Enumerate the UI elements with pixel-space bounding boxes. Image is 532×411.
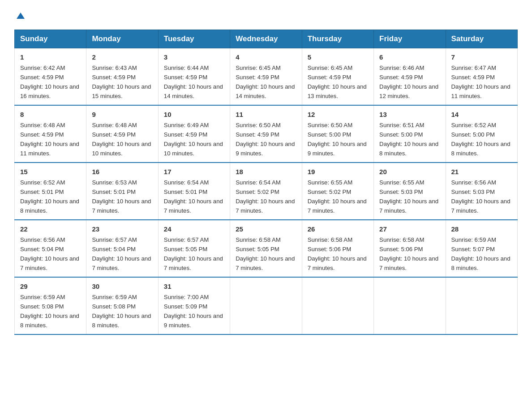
day-daylight: Daylight: 10 hours and 7 minutes. xyxy=(164,255,223,271)
logo xyxy=(14,11,26,21)
day-number: 26 xyxy=(308,224,369,234)
day-sunrise: Sunrise: 6:52 AM xyxy=(451,122,496,128)
day-daylight: Daylight: 10 hours and 8 minutes. xyxy=(379,141,438,157)
day-daylight: Daylight: 10 hours and 10 minutes. xyxy=(92,141,151,157)
day-sunrise: Sunrise: 6:54 AM xyxy=(236,179,280,186)
calendar-cell: 24Sunrise: 6:57 AMSunset: 5:05 PMDayligh… xyxy=(158,220,230,277)
day-number: 23 xyxy=(92,224,153,234)
calendar-cell: 17Sunrise: 6:54 AMSunset: 5:01 PMDayligh… xyxy=(158,163,230,220)
day-daylight: Daylight: 10 hours and 8 minutes. xyxy=(20,313,79,329)
day-number: 21 xyxy=(451,167,513,177)
calendar-cell: 11Sunrise: 6:50 AMSunset: 4:59 PMDayligh… xyxy=(230,105,302,163)
day-sunset: Sunset: 5:02 PM xyxy=(308,188,352,195)
day-sunset: Sunset: 5:06 PM xyxy=(379,246,423,253)
day-number: 13 xyxy=(379,109,441,120)
day-sunset: Sunset: 5:05 PM xyxy=(236,246,279,253)
calendar-cell xyxy=(230,277,302,334)
calendar-cell xyxy=(374,277,446,334)
day-number: 24 xyxy=(164,224,225,234)
day-daylight: Daylight: 10 hours and 7 minutes. xyxy=(92,255,151,271)
weekday-header-thursday: Thursday xyxy=(302,30,373,48)
day-number: 12 xyxy=(308,109,369,120)
day-sunrise: Sunrise: 6:57 AM xyxy=(164,236,209,243)
day-sunrise: Sunrise: 6:42 AM xyxy=(20,64,65,71)
day-sunset: Sunset: 4:59 PM xyxy=(451,74,495,81)
calendar-cell xyxy=(446,277,517,334)
day-sunrise: Sunrise: 6:56 AM xyxy=(20,236,65,243)
day-sunrise: Sunrise: 6:59 AM xyxy=(451,236,496,243)
day-number: 19 xyxy=(308,167,369,177)
calendar-cell: 19Sunrise: 6:55 AMSunset: 5:02 PMDayligh… xyxy=(302,163,373,220)
day-sunset: Sunset: 4:59 PM xyxy=(92,74,136,81)
calendar-cell xyxy=(302,277,373,334)
day-sunset: Sunset: 4:59 PM xyxy=(164,131,208,138)
day-number: 30 xyxy=(92,281,153,291)
day-sunset: Sunset: 5:06 PM xyxy=(308,246,352,253)
calendar-header: SundayMondayTuesdayWednesdayThursdayFrid… xyxy=(15,30,518,48)
day-number: 7 xyxy=(451,52,513,62)
calendar-cell: 1Sunrise: 6:42 AMSunset: 4:59 PMDaylight… xyxy=(15,48,86,105)
day-sunset: Sunset: 5:07 PM xyxy=(451,246,495,253)
day-sunset: Sunset: 5:04 PM xyxy=(92,246,136,253)
day-daylight: Daylight: 10 hours and 7 minutes. xyxy=(379,198,438,214)
calendar-week-row: 8Sunrise: 6:48 AMSunset: 4:59 PMDaylight… xyxy=(15,105,518,163)
day-number: 5 xyxy=(308,52,369,62)
day-daylight: Daylight: 10 hours and 11 minutes. xyxy=(451,83,511,99)
calendar-cell: 15Sunrise: 6:52 AMSunset: 5:01 PMDayligh… xyxy=(15,163,86,220)
day-sunrise: Sunrise: 6:59 AM xyxy=(92,294,137,300)
day-number: 18 xyxy=(236,167,297,177)
day-sunset: Sunset: 5:02 PM xyxy=(236,188,279,195)
day-daylight: Daylight: 10 hours and 8 minutes. xyxy=(451,255,511,271)
day-daylight: Daylight: 10 hours and 7 minutes. xyxy=(236,255,295,271)
calendar-cell: 22Sunrise: 6:56 AMSunset: 5:04 PMDayligh… xyxy=(15,220,86,277)
day-number: 28 xyxy=(451,224,513,234)
day-daylight: Daylight: 10 hours and 9 minutes. xyxy=(236,141,295,157)
day-daylight: Daylight: 10 hours and 11 minutes. xyxy=(20,141,79,157)
day-daylight: Daylight: 10 hours and 8 minutes. xyxy=(451,141,511,157)
day-daylight: Daylight: 10 hours and 8 minutes. xyxy=(20,198,79,214)
calendar-cell: 2Sunrise: 6:43 AMSunset: 4:59 PMDaylight… xyxy=(86,48,158,105)
calendar-table: SundayMondayTuesdayWednesdayThursdayFrid… xyxy=(14,30,518,335)
day-daylight: Daylight: 10 hours and 9 minutes. xyxy=(164,313,223,329)
day-sunrise: Sunrise: 6:49 AM xyxy=(164,122,209,128)
day-sunrise: Sunrise: 6:45 AM xyxy=(236,64,280,71)
day-sunset: Sunset: 5:01 PM xyxy=(92,188,136,195)
day-sunset: Sunset: 5:08 PM xyxy=(92,303,136,310)
day-daylight: Daylight: 10 hours and 15 minutes. xyxy=(92,83,151,99)
calendar-cell: 5Sunrise: 6:45 AMSunset: 4:59 PMDaylight… xyxy=(302,48,373,105)
calendar-cell: 27Sunrise: 6:58 AMSunset: 5:06 PMDayligh… xyxy=(374,220,446,277)
day-sunrise: Sunrise: 6:47 AM xyxy=(451,64,496,71)
day-number: 14 xyxy=(451,109,513,120)
day-daylight: Daylight: 10 hours and 7 minutes. xyxy=(308,255,367,271)
calendar-week-row: 1Sunrise: 6:42 AMSunset: 4:59 PMDaylight… xyxy=(15,48,518,105)
day-sunrise: Sunrise: 6:44 AM xyxy=(164,64,209,71)
day-number: 9 xyxy=(92,109,153,120)
calendar-cell: 29Sunrise: 6:59 AMSunset: 5:08 PMDayligh… xyxy=(15,277,86,334)
day-number: 22 xyxy=(20,224,82,234)
day-sunset: Sunset: 4:59 PM xyxy=(164,74,208,81)
day-daylight: Daylight: 10 hours and 7 minutes. xyxy=(451,198,511,214)
logo-arrow-icon xyxy=(16,11,26,21)
day-daylight: Daylight: 10 hours and 8 minutes. xyxy=(92,313,151,329)
calendar-cell: 8Sunrise: 6:48 AMSunset: 4:59 PMDaylight… xyxy=(15,105,86,163)
calendar-cell: 16Sunrise: 6:53 AMSunset: 5:01 PMDayligh… xyxy=(86,163,158,220)
day-sunrise: Sunrise: 7:00 AM xyxy=(164,294,209,300)
day-daylight: Daylight: 10 hours and 7 minutes. xyxy=(92,198,151,214)
day-daylight: Daylight: 10 hours and 10 minutes. xyxy=(164,141,223,157)
day-sunrise: Sunrise: 6:46 AM xyxy=(379,64,424,71)
day-sunset: Sunset: 4:59 PM xyxy=(308,74,352,81)
day-sunset: Sunset: 5:08 PM xyxy=(20,303,64,310)
day-sunrise: Sunrise: 6:43 AM xyxy=(92,64,137,71)
day-number: 27 xyxy=(379,224,441,234)
day-sunrise: Sunrise: 6:58 AM xyxy=(236,236,280,243)
day-sunset: Sunset: 4:59 PM xyxy=(379,74,423,81)
weekday-header-sunday: Sunday xyxy=(15,30,86,48)
day-daylight: Daylight: 10 hours and 7 minutes. xyxy=(20,255,79,271)
day-sunset: Sunset: 4:59 PM xyxy=(20,131,64,138)
day-number: 4 xyxy=(236,52,297,62)
day-number: 10 xyxy=(164,109,225,120)
day-sunrise: Sunrise: 6:53 AM xyxy=(92,179,137,186)
calendar-cell: 12Sunrise: 6:50 AMSunset: 5:00 PMDayligh… xyxy=(302,105,373,163)
day-number: 2 xyxy=(92,52,153,62)
day-sunrise: Sunrise: 6:51 AM xyxy=(379,122,424,128)
